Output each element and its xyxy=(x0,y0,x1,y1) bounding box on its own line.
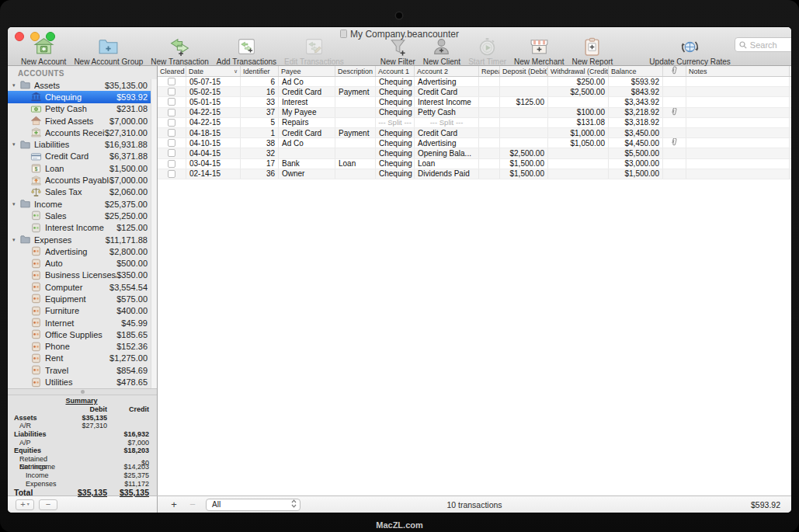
sidebar-item-loan[interactable]: ▾$Loan$1,500.00 xyxy=(8,162,157,174)
toolbar-new-account-group-button[interactable]: New Account Group xyxy=(74,37,143,66)
cleared-checkbox[interactable] xyxy=(168,170,175,178)
toolbar-new-client-button[interactable]: New Client xyxy=(423,37,460,66)
sidebar-item-furniture[interactable]: ▾Furniture$400.00 xyxy=(8,305,157,317)
sidebar-item-utilities[interactable]: ▾Utilities$478.65 xyxy=(8,376,157,388)
sidebar-item-liabilities[interactable]: ▾Liabilities$16,931.88 xyxy=(8,138,157,150)
disclosure-triangle-icon[interactable]: ▾ xyxy=(12,237,19,243)
table-row[interactable]: 04-18-151Credit CardPaymentChequingCredi… xyxy=(158,128,791,138)
column-header-cleared[interactable]: Cleared xyxy=(158,66,186,76)
sidebar-item-phone[interactable]: ▾Phone$152.36 xyxy=(8,341,157,353)
cell-identifier: 5 xyxy=(241,118,279,127)
cleared-checkbox[interactable] xyxy=(168,139,175,147)
sidebar-item-travel[interactable]: ▾Travel$854.69 xyxy=(8,364,157,376)
sidebar-item-petty-cash[interactable]: ▾Petty Cash$231.08 xyxy=(8,103,157,115)
search-field[interactable] xyxy=(735,37,791,52)
column-header-attachment[interactable] xyxy=(663,66,686,76)
table-row[interactable]: 02-14-1536OwnerChequingDividends Paid$1,… xyxy=(158,169,791,179)
account-balance: $185.65 xyxy=(116,330,148,339)
sidebar-item-accounts-receiv[interactable]: ▾Accounts Receiv...$27,310.00 xyxy=(8,127,157,138)
cell-deposit xyxy=(500,118,548,127)
cleared-checkbox[interactable] xyxy=(168,160,175,168)
disclosure-triangle-icon[interactable]: ▾ xyxy=(12,201,19,207)
table-row[interactable]: 04-10-1538Ad CoChequingAdvertising$1,050… xyxy=(158,138,791,148)
remove-account-button[interactable]: − xyxy=(39,499,57,510)
disclosure-triangle-icon[interactable]: ▾ xyxy=(12,141,19,148)
column-header-date[interactable]: Date∨ xyxy=(186,66,241,76)
column-header-account1[interactable]: Account 1 xyxy=(376,66,415,76)
cell-notes xyxy=(686,148,790,158)
sidebar-item-income[interactable]: ▾Income$25,375.00 xyxy=(8,198,157,210)
account-name: Fixed Assets xyxy=(45,116,109,126)
table-row[interactable]: 04-22-1537My PayeeChequingPetty Cash$100… xyxy=(158,108,791,118)
disclosure-triangle-icon[interactable]: ▾ xyxy=(12,82,19,89)
sidebar-item-credit-card[interactable]: ▾Credit Card$6,371.88 xyxy=(8,151,157,162)
sidebar-item-equipment[interactable]: ▾Equipment$575.00 xyxy=(8,293,157,304)
table-row[interactable]: 05-01-1533InterestChequingInterest Incom… xyxy=(158,97,791,107)
column-header-payee[interactable]: Payee xyxy=(279,66,335,76)
toolbar-new-filter-button[interactable]: New Filter xyxy=(380,37,415,66)
column-header-repeat[interactable]: Repeat xyxy=(479,66,500,76)
cleared-checkbox[interactable] xyxy=(168,78,175,85)
column-header-description[interactable]: Description xyxy=(335,66,376,76)
bottom-bar-sidebar: + ▾ − xyxy=(8,496,158,513)
table-row[interactable]: 03-04-1517BankLoanChequingLoan$1,500.00$… xyxy=(158,159,791,169)
cleared-checkbox[interactable] xyxy=(168,149,175,157)
sidebar-item-computer[interactable]: ▾Computer$3,554.54 xyxy=(8,281,157,293)
table-row[interactable]: 04-04-1532ChequingOpening Bala...$2,500.… xyxy=(158,148,791,158)
sidebar-item-office-supplies[interactable]: ▾Office Supplies$185.65 xyxy=(8,329,157,340)
sidebar-scrollbar[interactable] xyxy=(151,79,157,388)
cleared-checkbox[interactable] xyxy=(168,98,175,106)
summary-debit-value: $35,135 xyxy=(70,414,107,422)
sidebar-item-advertising[interactable]: ▾Advertising$2,800.00 xyxy=(8,245,157,257)
cell-date: 04-22-15 xyxy=(186,108,241,117)
sidebar-item-rent[interactable]: ▾Rent$1,275.00 xyxy=(8,353,157,364)
account-name: Furniture xyxy=(45,306,116,315)
sidebar-item-sales-tax[interactable]: ▾Sales Tax$2,060.00 xyxy=(8,186,157,198)
search-input[interactable] xyxy=(750,40,791,50)
column-header-label: Balance xyxy=(611,68,637,75)
column-header-deposit[interactable]: Deposit (Debit) xyxy=(500,66,548,76)
cell-payee: Credit Card xyxy=(279,128,335,137)
cell-attachment xyxy=(663,97,686,106)
column-header-notes[interactable]: Notes xyxy=(686,66,790,76)
sidebar-item-expenses[interactable]: ▾Expenses$11,171.88 xyxy=(8,234,157,245)
sidebar-item-interest-income[interactable]: ▾Interest Income$125.00 xyxy=(8,222,157,234)
table-row[interactable]: 04-22-155Repairs--- Split ------ Split -… xyxy=(158,118,791,128)
cleared-checkbox[interactable] xyxy=(168,88,175,96)
add-account-button[interactable]: + ▾ xyxy=(16,499,34,510)
toolbar-new-transaction-button[interactable]: New Transaction xyxy=(151,37,208,66)
cell-filler xyxy=(790,159,791,169)
column-header-account2[interactable]: Account 2 xyxy=(415,66,479,76)
cell-filler xyxy=(790,128,791,137)
cell-account1: Chequing xyxy=(376,169,415,179)
column-header-withdrawal[interactable]: Withdrawal (Credit) xyxy=(548,66,609,76)
column-header-identifier[interactable]: Identifier xyxy=(241,66,279,76)
filter-select[interactable]: All xyxy=(206,499,300,511)
sidebar-item-business-licenses[interactable]: ▾Business Licenses/...$350.00 xyxy=(8,269,157,281)
sidebar-splitter[interactable] xyxy=(8,388,157,395)
toolbar-add-transactions-button[interactable]: Add Transactions xyxy=(217,37,276,66)
cleared-checkbox[interactable] xyxy=(168,119,175,127)
sidebar-item-auto[interactable]: ▾Auto$500.00 xyxy=(8,257,157,269)
cleared-checkbox[interactable] xyxy=(168,129,175,137)
cleared-checkbox[interactable] xyxy=(168,109,175,116)
table-row[interactable]: 05-02-1516Credit CardPaymentChequingCred… xyxy=(158,87,791,97)
add-transaction-button[interactable]: + xyxy=(168,499,179,510)
column-header-balance[interactable]: Balance xyxy=(609,66,663,76)
toolbar-new-merchant-button[interactable]: New Merchant xyxy=(514,37,564,66)
sidebar-item-chequing[interactable]: ▾Chequing$593.92 xyxy=(8,91,157,103)
toolbar-update-currency-rates-button[interactable]: Update Currency Rates xyxy=(649,37,731,66)
sidebar-item-assets[interactable]: ▾Assets$35,135.00 xyxy=(8,79,157,91)
column-header-label: Payee xyxy=(281,68,301,75)
toolbar-new-account-button[interactable]: New Account xyxy=(21,37,66,66)
account-name: Rent xyxy=(45,353,109,363)
sidebar-item-accounts-payable[interactable]: ▾Accounts Payable$7,000.00 xyxy=(8,174,157,186)
sidebar-item-fixed-assets[interactable]: ▾Fixed Assets$7,000.00 xyxy=(8,115,157,127)
summary-label: Income xyxy=(14,471,70,479)
sidebar-item-sales[interactable]: ▾Sales$25,250.00 xyxy=(8,210,157,221)
table-row[interactable]: 05-07-156Ad CoChequingAdvertising$250.00… xyxy=(158,77,791,87)
summary-row-a-p: A/P$7,000 xyxy=(14,438,149,447)
sidebar-item-internet[interactable]: ▾Internet$45.99 xyxy=(8,317,157,329)
cell-attachment xyxy=(663,128,686,137)
toolbar-new-report-button[interactable]: New Report xyxy=(572,37,613,66)
